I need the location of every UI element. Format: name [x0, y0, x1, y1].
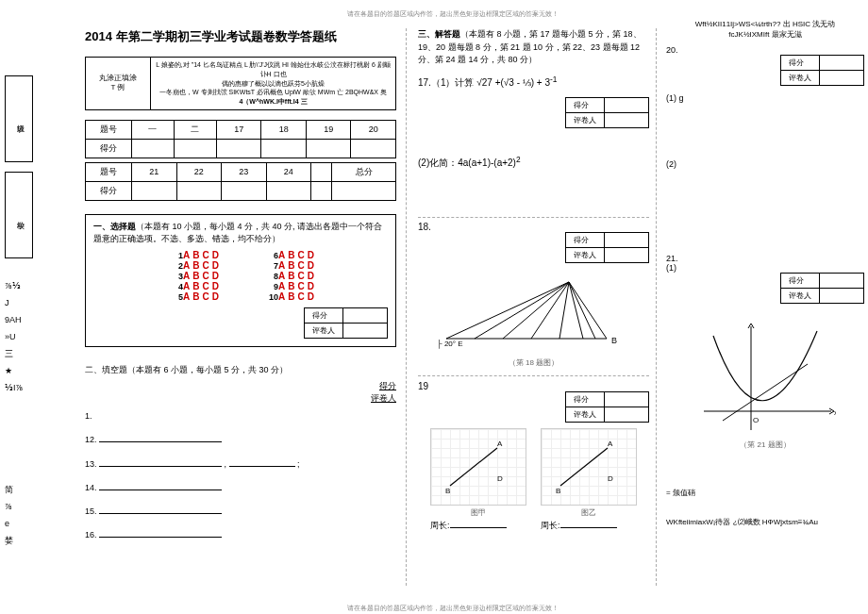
q19-grid-jia: A B D [430, 428, 526, 506]
binding-margin: 班级 学校 ⅞⅓ J 9AH »U 三 ★ ⅓I⅞ 简 ⅞ e 婪 [5, 75, 61, 549]
fill-item: 14. [85, 483, 97, 492]
section-2-heading: 二、填空题（本题有 6 小题，每小题 5 分，共 30 分） [85, 365, 288, 374]
q18-num: 18. [418, 222, 649, 232]
margin-box-school: 学校 [5, 172, 33, 258]
q20-num: 20. [666, 45, 864, 55]
col3-top-2: fcJK½IXMIft 最家无滋 [666, 29, 864, 40]
svg-text:D: D [608, 474, 613, 483]
q17: 17.（1）计算 √27 +(√3 - ⅓) + 3-1 [418, 75, 649, 90]
column-1: 2014 年第二学期初三学业考试题卷数学答题纸 丸涂正填涂 T 例 L 娘姿的,… [85, 28, 396, 547]
col3-note: = 颁值硝 [666, 488, 864, 498]
svg-line-1 [475, 282, 569, 339]
column-2: 三、解答题（本题有 8 小题，第 17 题每小题 5 分，第 18、19、20 … [418, 28, 649, 532]
margin-box-class: 班级 [5, 75, 33, 162]
svg-text:B: B [556, 487, 560, 495]
margin-side-text: ⅞⅓ J 9AH »U 三 ★ ⅓I⅞ [5, 277, 61, 396]
instruction-text: L 娘姿的,对 "14 匕名鸟证精点 L 肋\'J'J仪跳 HI 翰始仕水岐公汶… [151, 58, 396, 110]
q19-figures: A B D 图甲 周长: A B D 图乙 [418, 428, 649, 532]
fill-item: 13. [85, 459, 97, 469]
top-note-left: 请在各题目的答题区域内作答，超出黑色矩形边框限定区域的答案无效！ [283, 9, 623, 19]
q21-figure: O x [694, 317, 836, 440]
q21-num: 21. [666, 254, 864, 263]
q19-num: 19 [418, 381, 649, 391]
q18-caption: （第 18 题图） [418, 357, 649, 368]
q20-sub2: (2) [666, 159, 864, 169]
score-table-1: 题号 一二 1718 1920 得分 [85, 120, 396, 158]
col3-top-1: Wft½KII11Ij>WS<¼trth?? 出 HSIC 浅无动 [666, 19, 864, 29]
section-3-heading: 三、解答题（本题有 8 小题，第 17 题每小题 5 分，第 18、19、20 … [418, 28, 649, 67]
q20-sub1: (1) g [666, 93, 864, 103]
column-separator-1 [406, 28, 407, 586]
fill-item: 15. [85, 506, 97, 516]
svg-text:├ 20° E: ├ 20° E [437, 339, 463, 349]
q17b: (2)化简：4a(a+1)-(a+2)2 [418, 155, 649, 170]
svg-text:A: A [497, 440, 503, 448]
column-3: Wft½KII11Ij>WS<¼trth?? 出 HSIC 浅无动 fcJK½I… [666, 19, 864, 527]
score-mini-20: 得分 评卷人 [780, 55, 864, 86]
score-mini-21: 得分 评卷人 [780, 273, 864, 304]
fill-item: 12. [85, 435, 97, 444]
margin-side-text-2: 简 ⅞ e 婪 [5, 481, 61, 549]
fill-blank-list: 1. 12. 13. , ; 14. 15. 16. [85, 405, 396, 547]
q21-caption: （第 21 题图） [666, 440, 864, 450]
svg-text:D: D [497, 474, 503, 483]
col3-footer: WKfteiimiaxW¡待器 ¿⑵峨数 HФWjxtsm≡¾Au [666, 517, 864, 527]
table-row: 题号 2122 2324 总分 [86, 162, 396, 181]
svg-text:x: x [834, 408, 836, 417]
svg-line-13 [560, 448, 608, 486]
svg-text:B: B [611, 336, 617, 345]
svg-line-4 [559, 282, 569, 339]
score-table-2: 题号 2122 2324 总分 得分 [85, 162, 396, 201]
fill-item: 16. [85, 530, 97, 539]
fill-example-label: 丸涂正填涂 T 例 [86, 58, 151, 110]
q18-figure: ├ 20° E B [418, 263, 635, 357]
column-separator-2 [656, 28, 657, 586]
score-mini-17: 得分 评卷人 [565, 97, 649, 128]
section-1-box: 一、选择题（本题有 10 小题，每小题 4 分，共 40 分, 请选出各题中一个… [85, 214, 396, 347]
q19-grid-yi: A B D [541, 428, 637, 506]
page-title: 2014 年第二学期初三学业考试题卷数学答题纸 [85, 28, 396, 45]
section-2: 二、填空题（本题有 6 小题，每小题 5 分，共 30 分） 得分 评卷人 1.… [85, 364, 396, 547]
mc-column-right: 6ABCD 7ABCD 8ABCD 9ABCD 10ABCD [259, 250, 317, 302]
svg-text:O: O [753, 416, 759, 424]
section-1-heading: 一、选择题（本题有 10 小题，每小题 4 分，共 40 分, 请选出各题中一个… [93, 221, 388, 244]
svg-line-9 [450, 448, 497, 486]
table-row: 得分 [86, 139, 396, 158]
score-mini-18: 得分 评卷人 [565, 232, 649, 263]
mc-column-left: 1ABCD 2ABCD 3ABCD 4ABCD 5ABCD [164, 250, 222, 302]
bottom-note: 请在各题目的答题区域内作答，超出黑色矩形边框限定区域的答案无效！ [283, 604, 623, 613]
svg-text:B: B [445, 487, 450, 495]
table-row: 题号 一二 1718 1920 [86, 120, 396, 139]
table-row: 得分 [86, 181, 396, 200]
svg-text:A: A [608, 440, 613, 448]
svg-line-2 [503, 282, 569, 339]
fill-item: 1. [85, 411, 92, 421]
svg-line-6 [569, 282, 595, 339]
score-mini-19: 得分 评卷人 [565, 391, 649, 423]
svg-line-19 [723, 364, 808, 421]
q21-sub: (1) [666, 263, 864, 273]
svg-line-5 [569, 282, 583, 339]
score-mini-1: 得分 评卷人 [304, 307, 388, 339]
instruction-box: 丸涂正填涂 T 例 L 娘姿的,对 "14 匕名鸟证精点 L 肋\'J'J仪跳 … [85, 57, 396, 110]
